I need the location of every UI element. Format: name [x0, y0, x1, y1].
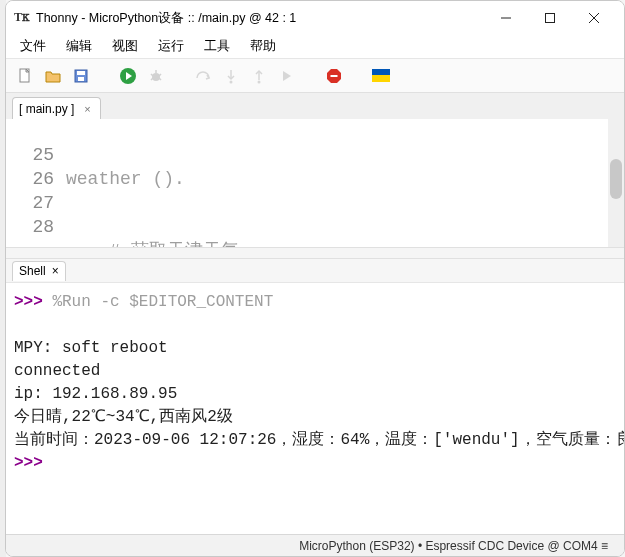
debug-button[interactable]	[145, 65, 167, 87]
shell-tab-label: Shell	[19, 264, 46, 278]
menu-help[interactable]: 帮助	[240, 36, 286, 57]
menu-edit[interactable]: 编辑	[56, 36, 102, 57]
maximize-button[interactable]	[528, 3, 572, 33]
gutter-line: 27	[6, 191, 54, 215]
editor-tabs: [ main.py ] ×	[6, 93, 624, 119]
shell-line: ip: 192.168.89.95	[14, 385, 177, 403]
new-file-icon	[17, 68, 33, 84]
close-button[interactable]	[572, 3, 616, 33]
titlebar: Tᴋ Thonny - MicroPython设备 :: /main.py @ …	[6, 1, 624, 35]
resume-button[interactable]	[276, 65, 298, 87]
status-interpreter[interactable]: MicroPython (ESP32) • Espressif CDC Devi…	[293, 539, 614, 553]
svg-point-6	[152, 73, 160, 81]
stop-button[interactable]	[323, 65, 345, 87]
splitter[interactable]	[6, 247, 624, 259]
step-into-icon	[223, 68, 239, 84]
window-title: Thonny - MicroPython设备 :: /main.py @ 42 …	[36, 10, 296, 27]
close-icon	[589, 13, 599, 23]
gutter-line: 26	[6, 167, 54, 191]
svg-point-8	[258, 80, 261, 83]
shell-header: Shell ×	[6, 259, 624, 283]
step-over-button[interactable]	[192, 65, 214, 87]
step-out-icon	[251, 68, 267, 84]
shell-prompt: >>>	[14, 293, 52, 311]
app-icon: Tᴋ	[14, 10, 30, 26]
open-file-button[interactable]	[42, 65, 64, 87]
shell-pane[interactable]: >>> %Run -c $EDITOR_CONTENT MPY: soft re…	[6, 283, 624, 534]
menu-view[interactable]: 视图	[102, 36, 148, 57]
code-line: # 获取天津天气	[66, 239, 624, 247]
gutter-line: 25	[6, 143, 54, 167]
open-file-icon	[45, 68, 61, 84]
step-out-button[interactable]	[248, 65, 270, 87]
shell-prompt: >>>	[14, 454, 52, 472]
menu-file[interactable]: 文件	[10, 36, 56, 57]
stop-icon	[325, 67, 343, 85]
app-window: Tᴋ Thonny - MicroPython设备 :: /main.py @ …	[5, 0, 625, 557]
gutter-line: 28	[6, 215, 54, 239]
svg-rect-3	[77, 71, 85, 75]
shell-line: 今日晴,22℃~34℃,西南风2级	[14, 408, 233, 426]
editor-pane[interactable]: 25 26 27 28 weather (). # 获取天津天气 url = "…	[6, 119, 624, 247]
ukraine-flag-icon	[372, 69, 390, 82]
run-icon	[119, 67, 137, 85]
code-area[interactable]: weather (). # 获取天津天气 url = "http://t.wea…	[66, 119, 624, 247]
resume-icon	[279, 68, 295, 84]
maximize-icon	[545, 13, 555, 23]
step-into-button[interactable]	[220, 65, 242, 87]
svg-rect-4	[78, 77, 84, 81]
status-bar: MicroPython (ESP32) • Espressif CDC Devi…	[6, 534, 624, 556]
svg-rect-0	[546, 14, 555, 23]
minimize-button[interactable]	[484, 3, 528, 33]
step-over-icon	[195, 68, 211, 84]
tab-close-button[interactable]: ×	[80, 102, 94, 116]
shell-line: 当前时间：2023-09-06 12:07:26，湿度：64%，温度：['wen…	[14, 431, 624, 449]
save-button[interactable]	[70, 65, 92, 87]
shell-line: connected	[14, 362, 100, 380]
shell-content[interactable]: >>> %Run -c $EDITOR_CONTENT MPY: soft re…	[6, 283, 624, 483]
menubar: 文件 编辑 视图 运行 工具 帮助	[6, 35, 624, 59]
svg-point-7	[230, 80, 233, 83]
run-button[interactable]	[117, 65, 139, 87]
toolbar	[6, 59, 624, 93]
tab-label: [ main.py ]	[19, 102, 74, 116]
gutter-line	[6, 119, 54, 143]
editor-scrollbar[interactable]	[608, 119, 624, 247]
new-file-button[interactable]	[14, 65, 36, 87]
support-ukraine-button[interactable]	[370, 65, 392, 87]
shell-tab[interactable]: Shell ×	[12, 261, 66, 281]
shell-line: MPY: soft reboot	[14, 339, 168, 357]
svg-rect-10	[331, 75, 338, 77]
tab-main-py[interactable]: [ main.py ] ×	[12, 97, 101, 119]
minimize-icon	[501, 13, 511, 23]
save-icon	[73, 68, 89, 84]
code-line: weather ().	[66, 167, 624, 191]
line-gutter: 25 26 27 28	[6, 119, 66, 247]
scrollbar-thumb[interactable]	[610, 159, 622, 199]
shell-command: %Run -c $EDITOR_CONTENT	[52, 293, 273, 311]
shell-tab-close-button[interactable]: ×	[52, 264, 59, 278]
menu-run[interactable]: 运行	[148, 36, 194, 57]
debug-icon	[148, 68, 164, 84]
menu-tools[interactable]: 工具	[194, 36, 240, 57]
chevron-icon: ≡	[598, 539, 608, 553]
